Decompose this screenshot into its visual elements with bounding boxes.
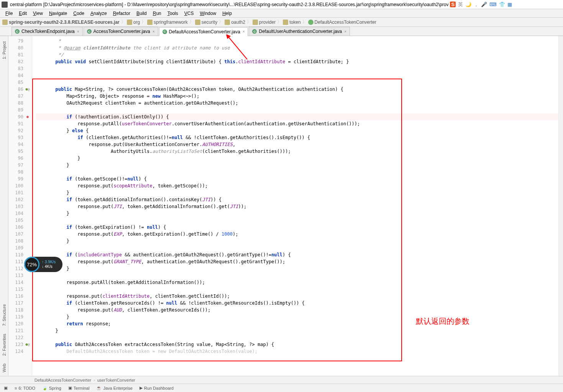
menu-tools[interactable]: Tools [164, 10, 181, 17]
grid-icon[interactable]: ▦ [507, 2, 512, 7]
moon-icon[interactable]: 🌙 [465, 2, 471, 7]
mic-icon[interactable]: 🎤 [481, 2, 487, 7]
status-javaenterprise[interactable]: ☕Java Enterprise [96, 385, 132, 390]
code-line-91[interactable]: response.putAll(userTokenConverter.conve… [36, 120, 558, 127]
nav-oauth2[interactable]: oauth2 [225, 20, 245, 25]
network-speed-widget[interactable]: 72% ↑ 3.9K/s ↓ 4K/s [24, 257, 62, 272]
code-line-89[interactable] [36, 107, 558, 113]
code-line-116[interactable]: response.put(clientIdAttribute, clientTo… [36, 293, 558, 300]
code-line-100[interactable]: response.put(scopeAttribute, token.getSc… [36, 182, 558, 189]
person-icon[interactable]: 👕 [499, 2, 505, 7]
breadcrumb-class[interactable]: DefaultAccessTokenConverter [34, 378, 91, 382]
code-line-80[interactable]: * @param clientIdAttribute the client id… [36, 44, 558, 51]
code-line-101[interactable]: } [36, 189, 558, 196]
code-line-87[interactable]: Map<String, Object> response = new HashM… [36, 93, 558, 100]
code-line-123[interactable]: public OAuth2AccessToken extractAccessTo… [36, 341, 558, 348]
code-line-97[interactable]: } [36, 162, 558, 169]
nav-file[interactable]: DefaultAccessTokenConverter [308, 20, 376, 25]
code-line-111[interactable]: response.put(GRANT_TYPE, authentication.… [36, 258, 558, 265]
code-line-85[interactable] [36, 79, 558, 86]
code-line-120[interactable]: return response; [36, 320, 558, 327]
code-line-114[interactable]: response.putAll(token.getAdditionalInfor… [36, 279, 558, 286]
tab-defaultaccesstokenconverter[interactable]: CDefaultAccessTokenConverter.java× [159, 27, 248, 36]
code-line-88[interactable]: OAuth2Request clientToken = authenticati… [36, 100, 558, 107]
code-line-110[interactable]: if (includeGrantType && authentication.g… [36, 251, 558, 258]
lang-icon[interactable]: 英 [458, 1, 463, 8]
code-line-95[interactable]: AuthorityUtils.authorityListToSet(client… [36, 148, 558, 155]
close-icon[interactable]: × [77, 30, 79, 34]
code-line-112[interactable]: } [36, 265, 558, 272]
status-rundashboard[interactable]: ▶Run Dashboard [140, 385, 174, 390]
close-icon[interactable]: × [344, 30, 346, 34]
code-line-109[interactable] [36, 244, 558, 251]
code-line-108[interactable]: } [36, 238, 558, 244]
status-terminal[interactable]: ▣Terminal [68, 385, 90, 390]
code-line-92[interactable]: } else { [36, 127, 558, 134]
override-icon[interactable]: ●@ [24, 341, 31, 348]
comma-icon[interactable]: ， [474, 1, 479, 8]
nav-provider[interactable]: provider [253, 20, 276, 25]
menu-run[interactable]: Run [150, 10, 164, 17]
code-editor[interactable]: * * @param clientIdAttribute the client … [32, 36, 558, 376]
code-line-115[interactable] [36, 286, 558, 293]
nav-security[interactable]: security [195, 20, 217, 25]
web-toolwindow-button[interactable]: Web [2, 364, 7, 372]
code-line-119[interactable]: } [36, 313, 558, 320]
menu-file[interactable]: File [2, 10, 16, 17]
code-line-94[interactable]: response.put(UserAuthenticationConverter… [36, 141, 558, 148]
code-line-81[interactable]: */ [36, 51, 558, 58]
code-line-107[interactable]: response.put(EXP, token.getExpiration().… [36, 231, 558, 238]
close-icon[interactable]: × [153, 30, 155, 34]
code-line-83[interactable] [36, 65, 558, 72]
code-line-79[interactable]: * [36, 38, 558, 44]
code-line-102[interactable]: if (token.getAdditionalInformation().con… [36, 196, 558, 203]
menu-vcs[interactable]: VCS [181, 10, 197, 17]
menu-code[interactable]: Code [70, 10, 87, 17]
breadcrumb-member[interactable]: userTokenConverter [97, 378, 135, 382]
breakpoint-icon[interactable]: ● [24, 113, 31, 120]
nav-token[interactable]: token [283, 20, 300, 25]
code-line-106[interactable]: if (token.getExpiration() != null) { [36, 224, 558, 231]
menu-navigate[interactable]: Navigate [46, 10, 70, 17]
input-method-icon[interactable]: S [450, 2, 456, 7]
keyboard-icon[interactable]: ⌨ [489, 2, 497, 7]
menu-build[interactable]: Build [133, 10, 150, 17]
structure-toolwindow-button[interactable]: 7: Structure [2, 304, 7, 326]
nav-springframework[interactable]: springframework [147, 20, 188, 25]
menu-edit[interactable]: Edit [16, 10, 30, 17]
code-line-118[interactable]: response.put(AUD, clientToken.getResourc… [36, 307, 558, 313]
favorites-toolwindow-button[interactable]: 2: Favorites [2, 334, 7, 356]
code-line-93[interactable]: if (clientToken.getAuthorities()!=null &… [36, 134, 558, 141]
menu-window[interactable]: Window [197, 10, 219, 17]
status-spring[interactable]: 🍃Spring [42, 385, 61, 390]
code-line-84[interactable] [36, 72, 558, 79]
override-icon[interactable]: ●@ [24, 86, 31, 93]
close-icon[interactable]: × [243, 30, 245, 34]
code-line-121[interactable]: } [36, 327, 558, 334]
nav-root[interactable]: spring-security-oauth2-2.3.8.RELEASE-sou… [2, 20, 120, 25]
code-line-99[interactable]: if (token.getScope()!=null) { [36, 175, 558, 182]
tab-accesstokenconverter[interactable]: CAccessTokenConverter.java× [84, 27, 158, 36]
menu-help[interactable]: Help [219, 10, 235, 17]
code-line-103[interactable]: response.put(JTI, token.getAdditionalInf… [36, 203, 558, 210]
tab-defaultuserauthenticationconverter[interactable]: CDefaultUserAuthenticationConverter.java… [249, 27, 350, 36]
code-line-124[interactable]: DefaultOAuth2AccessToken token = new Def… [36, 348, 558, 355]
project-toolwindow-button[interactable]: 1: Project [2, 41, 7, 59]
code-line-90[interactable]: if (!authentication.isClientOnly()) { [36, 113, 558, 120]
menu-view[interactable]: View [30, 10, 46, 17]
status-todo[interactable]: ≡6: TODO [15, 386, 35, 390]
code-line-86[interactable]: public Map<String, ?> convertAccessToken… [36, 86, 558, 93]
tab-checktokenendpoint[interactable]: CCheckTokenEndpoint.java× [11, 27, 83, 36]
menu-refactor[interactable]: Refactor [110, 10, 133, 17]
code-line-122[interactable] [36, 334, 558, 341]
code-line-104[interactable]: } [36, 210, 558, 217]
toolwindow-toggle-icon[interactable]: ▣ [4, 385, 8, 390]
code-line-82[interactable]: public void setClientIdAttribute(String … [36, 58, 558, 65]
code-line-113[interactable] [36, 272, 558, 279]
code-line-117[interactable]: if (clientToken.getResourceIds() != null… [36, 300, 558, 307]
code-line-98[interactable] [36, 169, 558, 175]
code-line-96[interactable]: } [36, 155, 558, 162]
menu-analyze[interactable]: Analyze [87, 10, 110, 17]
nav-org[interactable]: org [127, 20, 140, 25]
code-line-105[interactable] [36, 217, 558, 224]
